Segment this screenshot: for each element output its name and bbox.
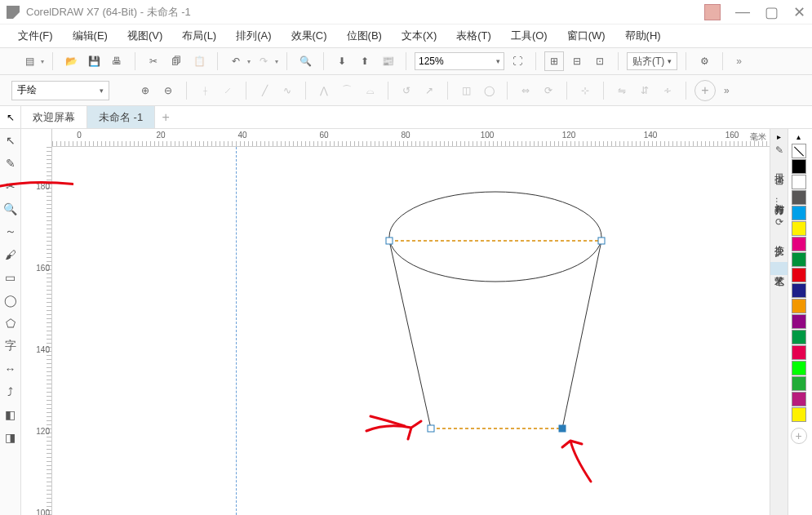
- crop-tool[interactable]: ✂: [2, 178, 19, 194]
- swatch[interactable]: [792, 376, 806, 391]
- menu-tools[interactable]: 工具(O): [503, 25, 556, 47]
- dock-tool-icon[interactable]: ⊞: [772, 174, 787, 189]
- dock-align[interactable]: 对齐与分布…: [770, 190, 788, 213]
- node-handle[interactable]: [428, 425, 434, 432]
- polygon-tool[interactable]: ⬠: [2, 315, 19, 331]
- shape-tool[interactable]: ✎: [2, 155, 19, 171]
- break-button[interactable]: ⟋: [218, 81, 237, 100]
- dock-tool-icon[interactable]: 🖊: [772, 246, 787, 260]
- dock-arrow-icon[interactable]: ▸: [777, 132, 781, 141]
- node-handle[interactable]: [598, 238, 605, 244]
- tab-welcome[interactable]: 欢迎屏幕: [21, 106, 87, 128]
- menu-bitmap[interactable]: 位图(B): [339, 25, 390, 47]
- elastic-button[interactable]: ∻: [658, 81, 677, 100]
- export-button[interactable]: ⬆: [355, 51, 375, 71]
- swatch[interactable]: [792, 330, 806, 344]
- menu-arrange[interactable]: 排列(A): [228, 25, 279, 47]
- join-button[interactable]: ⟊: [195, 81, 215, 100]
- swatch[interactable]: [792, 407, 806, 422]
- swatch[interactable]: [792, 345, 806, 360]
- dimension-tool[interactable]: ↔: [2, 361, 19, 377]
- text-tool[interactable]: 字: [2, 338, 19, 354]
- search-button[interactable]: 🔍: [295, 51, 315, 71]
- artistic-tool[interactable]: 🖌: [2, 246, 19, 263]
- tocurve-button[interactable]: ∿: [277, 81, 297, 100]
- pick-tool[interactable]: ↖: [2, 132, 19, 149]
- import-button[interactable]: ⬇: [332, 51, 352, 71]
- swatch[interactable]: [792, 299, 806, 313]
- swatch[interactable]: [792, 392, 806, 406]
- close-button[interactable]: ✕: [793, 3, 805, 21]
- rectangle-tool[interactable]: ▭: [2, 269, 19, 286]
- swatch[interactable]: [792, 268, 806, 282]
- close-curve-button[interactable]: ◯: [479, 81, 499, 100]
- stretch-button[interactable]: ⇔: [516, 81, 535, 100]
- connector-tool[interactable]: ⤴: [2, 384, 19, 400]
- freehand-tool[interactable]: ～: [2, 224, 19, 240]
- overflow-icon[interactable]: »: [736, 55, 742, 67]
- transparency-tool[interactable]: ◨: [2, 429, 19, 446]
- menu-effects[interactable]: 效果(C): [283, 25, 335, 47]
- dropdown-icon[interactable]: ▾: [247, 58, 251, 65]
- menu-table[interactable]: 表格(T): [448, 25, 499, 47]
- copy-button[interactable]: 🗐: [166, 51, 186, 71]
- swatch[interactable]: [792, 159, 806, 174]
- node-add-button[interactable]: ⊕: [135, 81, 155, 100]
- toline-button[interactable]: ╱: [255, 81, 274, 100]
- menu-view[interactable]: 视图(V): [119, 25, 171, 47]
- dock-tool-icon[interactable]: ⟳: [772, 215, 787, 229]
- ellipse-tool[interactable]: ◯: [2, 292, 19, 309]
- extract-button[interactable]: ◫: [456, 81, 476, 100]
- tab-document[interactable]: 未命名 -1: [87, 106, 155, 128]
- swatch[interactable]: [792, 175, 806, 189]
- swatch[interactable]: [792, 361, 806, 375]
- line-left[interactable]: [389, 241, 431, 428]
- user-account-icon[interactable]: [704, 4, 721, 20]
- swatch[interactable]: [792, 314, 806, 329]
- swatch-none[interactable]: [792, 144, 806, 158]
- dock-artpen[interactable]: 艺术笔: [770, 262, 788, 275]
- symm-button[interactable]: ⌓: [360, 81, 379, 100]
- publish-button[interactable]: 📰: [378, 51, 397, 71]
- palette-up-icon[interactable]: ▴: [796, 132, 801, 144]
- swatch[interactable]: [792, 283, 806, 298]
- plus-button[interactable]: +: [694, 80, 716, 101]
- tool-mode-combo[interactable]: 手绘▾: [11, 81, 109, 100]
- smooth-button[interactable]: ⌒: [337, 81, 357, 100]
- options-button[interactable]: ⚙: [694, 51, 714, 71]
- menu-file[interactable]: 文件(F): [10, 25, 61, 47]
- snap-dropdown[interactable]: 贴齐(T)▾: [627, 52, 677, 70]
- node-handle[interactable]: [386, 238, 393, 244]
- menu-text[interactable]: 文本(X): [393, 25, 445, 47]
- alignnode-button[interactable]: ⊹: [575, 81, 595, 100]
- dock-tool-icon[interactable]: ✎: [772, 143, 787, 158]
- undo-button[interactable]: ↶: [226, 51, 246, 71]
- node-remove-button[interactable]: ⊖: [158, 81, 178, 100]
- canvas[interactable]: [52, 147, 770, 515]
- rotate-button[interactable]: ⟳: [539, 81, 558, 100]
- extend-button[interactable]: ↗: [419, 81, 439, 100]
- swatch[interactable]: [792, 237, 806, 251]
- palette-add-button[interactable]: +: [791, 428, 807, 444]
- zoom-combo[interactable]: 125%▾: [415, 52, 504, 70]
- dock-transform[interactable]: 变换: [770, 231, 788, 244]
- overflow-icon[interactable]: »: [724, 85, 730, 96]
- paste-button[interactable]: 📋: [189, 51, 209, 71]
- horizontal-ruler[interactable]: 0 20 40 60 80 100 120 140 160 毫米: [52, 129, 770, 147]
- maximize-button[interactable]: ▢: [765, 3, 779, 21]
- swatch[interactable]: [792, 206, 806, 220]
- grid-button[interactable]: ⊟: [567, 51, 587, 71]
- open-button[interactable]: 📂: [61, 51, 81, 71]
- tab-add-button[interactable]: +: [155, 106, 176, 128]
- ellipse-shape[interactable]: [389, 192, 601, 282]
- node-handle-selected[interactable]: [559, 425, 566, 432]
- cut-button[interactable]: ✂: [144, 51, 163, 71]
- dropdown-icon[interactable]: ▾: [275, 58, 278, 65]
- ruler-button[interactable]: ⊞: [544, 51, 564, 71]
- minimize-button[interactable]: —: [735, 3, 750, 20]
- reverse-button[interactable]: ↺: [397, 81, 416, 100]
- new-button[interactable]: ▤: [20, 51, 39, 71]
- shadow-tool[interactable]: ◧: [2, 406, 19, 423]
- fullscreen-button[interactable]: ⛶: [508, 51, 527, 71]
- cusp-button[interactable]: ⋀: [314, 81, 334, 100]
